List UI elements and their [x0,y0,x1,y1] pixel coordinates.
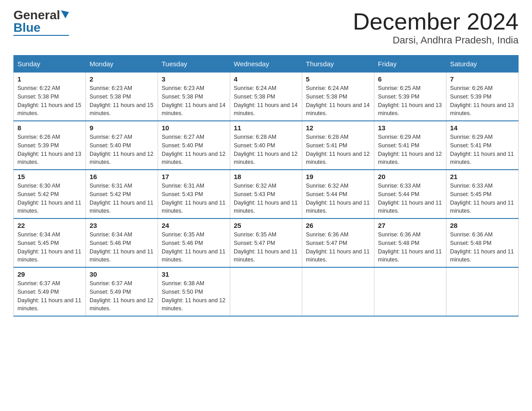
header-tuesday: Tuesday [158,56,230,73]
day-number: 26 [306,222,370,229]
month-title: December 2024 [353,9,519,34]
calendar-week-3: 15 Sunrise: 6:30 AMSunset: 5:42 PMDaylig… [14,170,519,218]
day-info: Sunrise: 6:36 AMSunset: 5:47 PMDaylight:… [306,231,369,263]
day-number: 30 [90,270,154,278]
calendar-cell: 16 Sunrise: 6:31 AMSunset: 5:42 PMDaylig… [86,170,158,218]
header-thursday: Thursday [302,56,374,73]
calendar-cell: 13 Sunrise: 6:29 AMSunset: 5:41 PMDaylig… [374,121,446,170]
calendar-cell: 31 Sunrise: 6:38 AMSunset: 5:50 PMDaylig… [158,267,230,316]
header-sunday: Sunday [14,56,86,73]
calendar-cell: 20 Sunrise: 6:33 AMSunset: 5:44 PMDaylig… [374,170,446,218]
day-info: Sunrise: 6:27 AMSunset: 5:40 PMDaylight:… [90,134,153,165]
day-number: 18 [234,173,298,180]
title-section: December 2024 Darsi, Andhra Pradesh, Ind… [353,9,519,46]
day-info: Sunrise: 6:29 AMSunset: 5:41 PMDaylight:… [378,134,442,165]
calendar-cell: 9 Sunrise: 6:27 AMSunset: 5:40 PMDayligh… [86,121,158,170]
header-wednesday: Wednesday [230,56,302,73]
day-info: Sunrise: 6:30 AMSunset: 5:42 PMDaylight:… [17,183,81,214]
day-number: 11 [234,124,298,132]
day-number: 3 [162,75,226,83]
day-info: Sunrise: 6:37 AMSunset: 5:49 PMDaylight:… [90,280,153,312]
day-number: 23 [90,222,154,229]
svg-marker-0 [61,10,69,18]
calendar-cell: 23 Sunrise: 6:34 AMSunset: 5:46 PMDaylig… [86,218,158,267]
day-info: Sunrise: 6:33 AMSunset: 5:44 PMDaylight:… [378,183,442,214]
page-header: General Blue December 2024 Darsi, Andhra… [13,9,519,46]
day-info: Sunrise: 6:32 AMSunset: 5:44 PMDaylight:… [306,183,369,214]
day-number: 8 [17,124,82,132]
day-info: Sunrise: 6:35 AMSunset: 5:46 PMDaylight:… [162,231,225,263]
header-friday: Friday [374,56,446,73]
calendar-cell: 2 Sunrise: 6:23 AMSunset: 5:38 PMDayligh… [86,73,158,121]
header-monday: Monday [86,56,158,73]
day-number: 6 [378,75,442,83]
calendar-cell: 18 Sunrise: 6:32 AMSunset: 5:43 PMDaylig… [230,170,302,218]
header-saturday: Saturday [446,56,519,73]
day-info: Sunrise: 6:23 AMSunset: 5:38 PMDaylight:… [162,85,225,116]
day-number: 27 [378,222,442,229]
day-number: 17 [162,173,226,180]
calendar-table: SundayMondayTuesdayWednesdayThursdayFrid… [13,55,519,317]
day-number: 21 [450,173,515,180]
day-info: Sunrise: 6:31 AMSunset: 5:43 PMDaylight:… [162,183,225,214]
day-number: 1 [17,75,82,83]
day-info: Sunrise: 6:22 AMSunset: 5:38 PMDaylight:… [17,85,81,116]
day-info: Sunrise: 6:34 AMSunset: 5:46 PMDaylight:… [90,231,153,263]
day-info: Sunrise: 6:26 AMSunset: 5:39 PMDaylight:… [450,85,514,116]
day-info: Sunrise: 6:23 AMSunset: 5:38 PMDaylight:… [90,85,153,116]
day-info: Sunrise: 6:36 AMSunset: 5:48 PMDaylight:… [450,231,514,263]
day-info: Sunrise: 6:24 AMSunset: 5:38 PMDaylight:… [234,85,297,116]
day-number: 2 [90,75,154,83]
calendar-cell: 15 Sunrise: 6:30 AMSunset: 5:42 PMDaylig… [14,170,86,218]
day-number: 29 [17,270,82,278]
calendar-cell: 27 Sunrise: 6:36 AMSunset: 5:48 PMDaylig… [374,218,446,267]
logo-underline [13,35,69,36]
calendar-cell: 22 Sunrise: 6:34 AMSunset: 5:45 PMDaylig… [14,218,86,267]
calendar-cell: 1 Sunrise: 6:22 AMSunset: 5:38 PMDayligh… [14,73,86,121]
day-info: Sunrise: 6:26 AMSunset: 5:39 PMDaylight:… [17,134,81,165]
day-info: Sunrise: 6:31 AMSunset: 5:42 PMDaylight:… [90,183,153,214]
calendar-cell: 8 Sunrise: 6:26 AMSunset: 5:39 PMDayligh… [14,121,86,170]
day-number: 20 [378,173,442,180]
calendar-cell: 3 Sunrise: 6:23 AMSunset: 5:38 PMDayligh… [158,73,230,121]
calendar-cell [374,267,446,316]
day-number: 19 [306,173,370,180]
day-number: 28 [450,222,515,229]
calendar-cell: 4 Sunrise: 6:24 AMSunset: 5:38 PMDayligh… [230,73,302,121]
calendar-cell: 7 Sunrise: 6:26 AMSunset: 5:39 PMDayligh… [446,73,519,121]
calendar-cell: 6 Sunrise: 6:25 AMSunset: 5:39 PMDayligh… [374,73,446,121]
calendar-cell: 5 Sunrise: 6:24 AMSunset: 5:38 PMDayligh… [302,73,374,121]
calendar-cell: 14 Sunrise: 6:29 AMSunset: 5:41 PMDaylig… [446,121,519,170]
calendar-week-2: 8 Sunrise: 6:26 AMSunset: 5:39 PMDayligh… [14,121,519,170]
calendar-week-4: 22 Sunrise: 6:34 AMSunset: 5:45 PMDaylig… [14,218,519,267]
logo: General Blue [13,9,69,36]
day-number: 14 [450,124,515,132]
day-info: Sunrise: 6:24 AMSunset: 5:38 PMDaylight:… [306,85,369,116]
day-info: Sunrise: 6:27 AMSunset: 5:40 PMDaylight:… [162,134,225,165]
calendar-cell [302,267,374,316]
calendar-header-row: SundayMondayTuesdayWednesdayThursdayFrid… [14,56,519,73]
day-number: 12 [306,124,370,132]
logo-general-text: General [13,9,60,21]
day-info: Sunrise: 6:38 AMSunset: 5:50 PMDaylight:… [162,280,225,312]
calendar-cell: 21 Sunrise: 6:33 AMSunset: 5:45 PMDaylig… [446,170,519,218]
location-text: Darsi, Andhra Pradesh, India [353,34,519,46]
calendar-cell: 29 Sunrise: 6:37 AMSunset: 5:49 PMDaylig… [14,267,86,316]
day-number: 16 [90,173,154,180]
day-number: 5 [306,75,370,83]
calendar-cell: 19 Sunrise: 6:32 AMSunset: 5:44 PMDaylig… [302,170,374,218]
day-number: 25 [234,222,298,229]
day-info: Sunrise: 6:28 AMSunset: 5:40 PMDaylight:… [234,134,297,165]
day-info: Sunrise: 6:25 AMSunset: 5:39 PMDaylight:… [378,85,442,116]
logo-blue-text: Blue [13,21,41,34]
calendar-cell: 24 Sunrise: 6:35 AMSunset: 5:46 PMDaylig… [158,218,230,267]
day-number: 15 [17,173,82,180]
day-number: 22 [17,222,82,229]
day-info: Sunrise: 6:29 AMSunset: 5:41 PMDaylight:… [450,134,514,165]
day-number: 31 [162,270,226,278]
calendar-cell [230,267,302,316]
calendar-cell: 11 Sunrise: 6:28 AMSunset: 5:40 PMDaylig… [230,121,302,170]
calendar-cell [446,267,519,316]
calendar-cell: 28 Sunrise: 6:36 AMSunset: 5:48 PMDaylig… [446,218,519,267]
day-info: Sunrise: 6:28 AMSunset: 5:41 PMDaylight:… [306,134,369,165]
